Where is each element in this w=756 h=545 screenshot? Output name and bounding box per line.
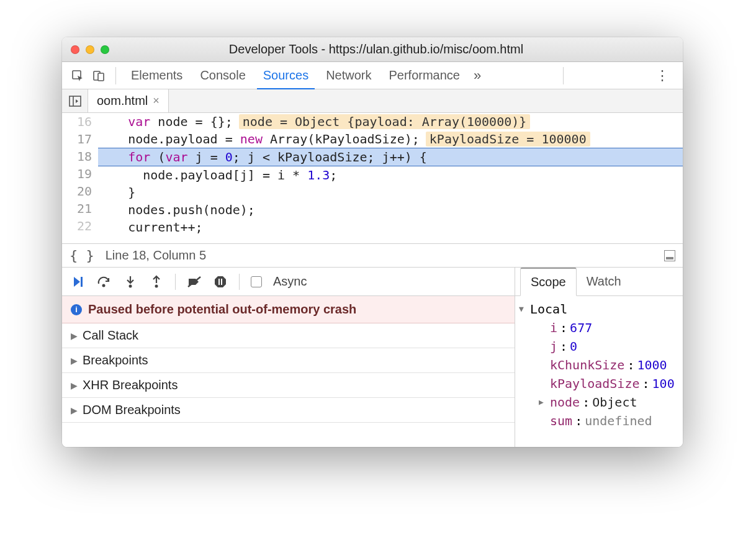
tab-elements[interactable]: Elements (125, 63, 189, 88)
code-line[interactable]: nodes.push(node); (98, 201, 683, 218)
divider (115, 67, 116, 84)
section-breakpoints[interactable]: ▶ Breakpoints (62, 348, 515, 373)
debug-toolbar: Async (62, 268, 515, 296)
cursor-position: Line 18, Column 5 (106, 248, 206, 263)
code-editor[interactable]: 16171819202122 var node = {};node = Obje… (62, 113, 683, 243)
svg-point-6 (102, 284, 106, 287)
svg-point-8 (129, 284, 132, 287)
svg-rect-3 (70, 96, 81, 106)
scope-local-label: Local (530, 300, 567, 318)
tab-performance[interactable]: Performance (383, 63, 467, 88)
scope-variable[interactable]: kPayloadSize: 100 (519, 374, 679, 393)
file-tab[interactable]: oom.html × (88, 89, 169, 112)
code-line[interactable]: for (var j = 0; j < kPayloadSize; j++) { (98, 148, 683, 166)
line-gutter: 16171819202122 (62, 113, 98, 243)
pretty-print-icon[interactable]: { } (70, 248, 94, 263)
chevron-right-icon: ▶ (71, 381, 78, 390)
inspect-element-icon[interactable] (70, 68, 86, 84)
more-tabs-icon[interactable]: » (474, 68, 481, 84)
code-content: var node = {};node = Object {payload: Ar… (98, 113, 683, 243)
scope-variable[interactable]: ▶node: Object (519, 393, 679, 412)
svg-rect-13 (221, 279, 222, 285)
async-label: Async (273, 274, 307, 289)
main-tabs: Elements Console Sources Network Perform… (62, 62, 683, 89)
section-xhr-breakpoints[interactable]: ▶ XHR Breakpoints (62, 373, 515, 398)
divider (563, 67, 564, 84)
divider (175, 274, 176, 290)
debugger-right-pane: Scope Watch ▼ Local i: 677j: 0kChunkSize… (515, 268, 683, 447)
svg-rect-5 (81, 277, 83, 287)
drawer-toggle-icon[interactable] (664, 250, 675, 261)
code-line[interactable]: var node = {};node = Object {payload: Ar… (98, 113, 683, 130)
step-into-icon[interactable] (123, 274, 138, 289)
scope-variable[interactable]: sum: undefined (519, 412, 679, 430)
async-checkbox[interactable] (251, 276, 262, 287)
chevron-right-icon: ▶ (71, 331, 78, 341)
code-line[interactable]: node.payload[j] = i * 1.3; (98, 166, 683, 184)
tab-watch[interactable]: Watch (577, 268, 631, 295)
section-label: Breakpoints (83, 353, 148, 367)
kebab-menu-icon[interactable]: ⋮ (649, 68, 675, 84)
section-call-stack[interactable]: ▶ Call Stack (62, 323, 515, 348)
chevron-right-icon: ▶ (71, 356, 78, 366)
pause-message: i Paused before potential out-of-memory … (62, 296, 515, 323)
chevron-down-icon: ▼ (519, 300, 528, 318)
scope-tree[interactable]: ▼ Local i: 677j: 0kChunkSize: 1000kPaylo… (515, 296, 683, 434)
section-label: DOM Breakpoints (83, 403, 181, 417)
pause-exceptions-icon[interactable] (213, 274, 228, 289)
info-icon: i (71, 304, 82, 315)
scope-variable[interactable]: kChunkSize: 1000 (519, 356, 679, 374)
window-title: Developer Tools - https://ulan.github.io… (78, 42, 674, 56)
tab-console[interactable]: Console (194, 63, 251, 88)
scope-watch-tabs: Scope Watch (515, 268, 683, 296)
tab-sources[interactable]: Sources (257, 63, 315, 90)
devtools-window: Developer Tools - https://ulan.github.io… (62, 37, 683, 447)
deactivate-breakpoints-icon[interactable] (187, 274, 202, 289)
file-tab-bar: oom.html × (62, 89, 683, 113)
chevron-right-icon: ▶ (71, 405, 78, 415)
editor-statusbar: { } Line 18, Column 5 (62, 243, 683, 267)
navigator-toggle-icon[interactable] (62, 89, 88, 112)
file-tab-label: oom.html (97, 94, 148, 108)
resume-icon[interactable] (71, 274, 86, 289)
code-line[interactable]: node.payload = new Array(kPayloadSize);k… (98, 130, 683, 148)
close-tab-icon[interactable]: × (153, 94, 160, 107)
code-line[interactable]: current++; (98, 218, 683, 236)
svg-point-10 (155, 284, 158, 287)
tab-network[interactable]: Network (320, 63, 377, 88)
titlebar: Developer Tools - https://ulan.github.io… (62, 37, 683, 62)
section-dom-breakpoints[interactable]: ▶ DOM Breakpoints (62, 398, 515, 423)
scope-variable[interactable]: i: 677 (519, 318, 679, 337)
section-label: Call Stack (83, 328, 138, 343)
debugger-left-pane: Async i Paused before potential out-of-m… (62, 268, 515, 447)
step-over-icon[interactable] (97, 274, 112, 289)
debugger-panels: Async i Paused before potential out-of-m… (62, 267, 683, 447)
section-label: XHR Breakpoints (83, 378, 178, 392)
scope-variable[interactable]: j: 0 (519, 337, 679, 356)
pause-message-text: Paused before potential out-of-memory cr… (88, 302, 356, 317)
divider (239, 274, 240, 290)
step-out-icon[interactable] (149, 274, 164, 289)
svg-rect-2 (98, 73, 104, 81)
svg-rect-12 (218, 279, 220, 285)
device-toolbar-icon[interactable] (91, 68, 107, 84)
tab-scope[interactable]: Scope (520, 268, 577, 296)
scope-local[interactable]: ▼ Local (519, 300, 679, 318)
code-line[interactable]: } (98, 184, 683, 201)
